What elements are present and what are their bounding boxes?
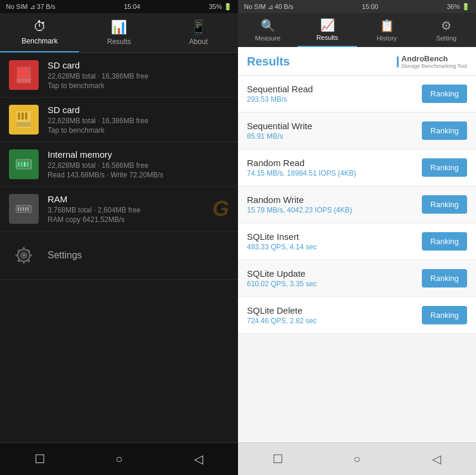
right-nav-measure-label: Measure bbox=[255, 35, 281, 42]
svg-rect-5 bbox=[18, 112, 20, 120]
right-status-bar: No SIM ⊿ 40 B/s 15:00 36% 🔋 bbox=[238, 0, 476, 13]
result-info-6: SQLite Delete 724.46 QPS, 2.82 sec bbox=[247, 305, 317, 325]
svg-rect-31 bbox=[29, 255, 32, 257]
left-status-bar: No SIM ⊿ 37 B/s 15:04 35% 🔋 bbox=[0, 0, 238, 13]
ranking-btn-3[interactable]: Ranking bbox=[422, 195, 467, 214]
left-square-btn[interactable]: ☐ bbox=[28, 447, 52, 471]
left-nav-results[interactable]: 📊 Results bbox=[79, 13, 158, 52]
svg-rect-6 bbox=[21, 112, 24, 120]
sd1-info: SD card 22,628MB total · 16,386MB free T… bbox=[48, 60, 229, 90]
result-info-0: Sequential Read 293.53 MB/s bbox=[247, 84, 313, 104]
results-header: Results AndroBench Storage Benchmarking … bbox=[238, 47, 476, 76]
svg-point-27 bbox=[24, 254, 25, 255]
benchmark-item-sd1[interactable]: SD card 22,628MB total · 16,386MB free T… bbox=[0, 53, 238, 98]
right-back-btn[interactable]: ◁ bbox=[424, 447, 448, 471]
right-nav-setting[interactable]: ⚙ Setting bbox=[416, 13, 476, 47]
sd2-subtitle: 22,628MB total · 16,386MB free bbox=[48, 117, 229, 125]
result-info-3: Random Write 15.78 MB/s, 4042.23 IOPS (4… bbox=[247, 195, 352, 214]
svg-rect-23 bbox=[29, 205, 30, 207]
ram-subtitle: 3,768MB total · 2,604MB free bbox=[48, 206, 229, 214]
result-row-5: SQLite Update 610.02 QPS, 3.35 sec Ranki… bbox=[238, 260, 476, 297]
ranking-btn-4[interactable]: Ranking bbox=[422, 232, 467, 251]
left-time: 15:04 bbox=[124, 3, 140, 10]
watermark: G bbox=[212, 196, 229, 221]
benchmark-icon: ⏱ bbox=[33, 19, 46, 35]
settings-label: Settings bbox=[48, 250, 82, 261]
result-row-1: Sequential Write 85.91 MB/s Ranking bbox=[238, 112, 476, 149]
result-name-2: Random Read bbox=[247, 158, 356, 168]
left-signal-info: No SIM ⊿ 37 B/s bbox=[6, 3, 55, 11]
svg-rect-18 bbox=[20, 207, 21, 211]
svg-rect-13 bbox=[27, 162, 29, 167]
svg-rect-14 bbox=[16, 161, 17, 168]
svg-rect-19 bbox=[23, 207, 24, 211]
right-nav-results-label: Results bbox=[317, 34, 339, 41]
right-content: Results AndroBench Storage Benchmarking … bbox=[238, 47, 476, 442]
ranking-btn-2[interactable]: Ranking bbox=[422, 158, 467, 177]
logo-text-block: AndroBench Storage Benchmarking Tool bbox=[402, 54, 467, 69]
result-value-5: 610.02 QPS, 3.35 sec bbox=[247, 280, 317, 288]
left-nav: ⏱ Benchmark 📊 Results 📱 About bbox=[0, 13, 238, 53]
result-row-4: SQLite Insert 493.33 QPS, 4.14 sec Ranki… bbox=[238, 223, 476, 260]
right-nav: 🔍 Measure 📈 Results 📋 History ⚙ Setting bbox=[238, 13, 476, 47]
ram-title: RAM bbox=[48, 194, 229, 204]
sd2-info: SD card 22,628MB total · 16,386MB free T… bbox=[48, 105, 229, 135]
internal-action: Read 143.68MB/s · Write 72.20MB/s bbox=[48, 171, 229, 179]
left-nav-benchmark[interactable]: ⏱ Benchmark bbox=[0, 13, 79, 52]
result-info-1: Sequential Write 85.91 MB/s bbox=[247, 121, 312, 140]
svg-rect-29 bbox=[23, 261, 25, 264]
result-name-4: SQLite Insert bbox=[247, 232, 317, 242]
left-panel: No SIM ⊿ 37 B/s 15:04 35% 🔋 ⏱ Benchmark … bbox=[0, 0, 238, 475]
benchmark-item-internal[interactable]: Internal memory 22,828MB total · 16,586M… bbox=[0, 142, 238, 187]
settings-gear-icon bbox=[9, 240, 39, 270]
svg-rect-8 bbox=[17, 122, 31, 127]
left-back-btn[interactable]: ◁ bbox=[186, 447, 210, 471]
sd2-icon bbox=[9, 105, 39, 135]
internal-title: Internal memory bbox=[48, 149, 229, 160]
measure-icon: 🔍 bbox=[261, 18, 275, 33]
ranking-btn-1[interactable]: Ranking bbox=[422, 121, 467, 140]
internal-icon bbox=[9, 149, 39, 179]
result-value-3: 15.78 MB/s, 4042.23 IOPS (4KB) bbox=[247, 206, 352, 214]
left-nav-about[interactable]: 📱 About bbox=[159, 13, 238, 52]
right-nav-measure[interactable]: 🔍 Measure bbox=[238, 13, 298, 47]
sd2-action: Tap to benchmark bbox=[48, 126, 229, 135]
result-name-5: SQLite Update bbox=[247, 268, 317, 279]
svg-rect-30 bbox=[15, 255, 18, 257]
ram-action: RAM copy 6421.52MB/s bbox=[48, 215, 229, 224]
ranking-btn-6[interactable]: Ranking bbox=[422, 306, 467, 324]
result-name-1: Sequential Write bbox=[247, 121, 312, 131]
right-square-btn[interactable]: ☐ bbox=[266, 447, 290, 471]
result-name-3: Random Write bbox=[247, 195, 352, 205]
right-battery: 36% 🔋 bbox=[447, 3, 470, 11]
svg-rect-34 bbox=[27, 249, 31, 253]
result-info-2: Random Read 74.15 MB/s, 18984.51 IOPS (4… bbox=[247, 158, 356, 177]
right-nav-history[interactable]: 📋 History bbox=[357, 13, 416, 47]
benchmark-item-ram[interactable]: RAM 3,768MB total · 2,604MB free RAM cop… bbox=[0, 187, 238, 232]
svg-rect-10 bbox=[18, 162, 20, 167]
right-nav-results[interactable]: 📈 Results bbox=[298, 13, 357, 47]
internal-subtitle: 22,828MB total · 16,586MB free bbox=[48, 161, 229, 170]
left-home-btn[interactable]: ○ bbox=[107, 447, 131, 471]
svg-rect-2 bbox=[21, 69, 24, 77]
right-nav-setting-label: Setting bbox=[436, 35, 456, 42]
ranking-btn-5[interactable]: Ranking bbox=[422, 269, 467, 288]
result-name-0: Sequential Read bbox=[247, 84, 313, 94]
results-icon: 📊 bbox=[111, 20, 127, 35]
right-home-btn[interactable]: ○ bbox=[345, 447, 369, 471]
results-title: Results bbox=[247, 55, 290, 68]
logo-bar bbox=[397, 57, 399, 67]
svg-rect-1 bbox=[18, 69, 20, 77]
settings-item[interactable]: Settings bbox=[0, 232, 238, 280]
left-nav-results-label: Results bbox=[107, 38, 131, 46]
about-icon: 📱 bbox=[190, 20, 206, 35]
result-value-0: 293.53 MB/s bbox=[247, 95, 313, 104]
results-nav-icon: 📈 bbox=[320, 18, 335, 32]
benchmark-item-sd2[interactable]: SD card 22,628MB total · 16,386MB free T… bbox=[0, 98, 238, 142]
svg-rect-11 bbox=[21, 162, 23, 167]
setting-icon: ⚙ bbox=[441, 18, 452, 33]
ranking-btn-0[interactable]: Ranking bbox=[422, 85, 467, 103]
sd1-icon bbox=[9, 60, 39, 90]
androbench-sub: Storage Benchmarking Tool bbox=[402, 63, 467, 69]
right-signal-info: No SIM ⊿ 40 B/s bbox=[244, 3, 293, 11]
